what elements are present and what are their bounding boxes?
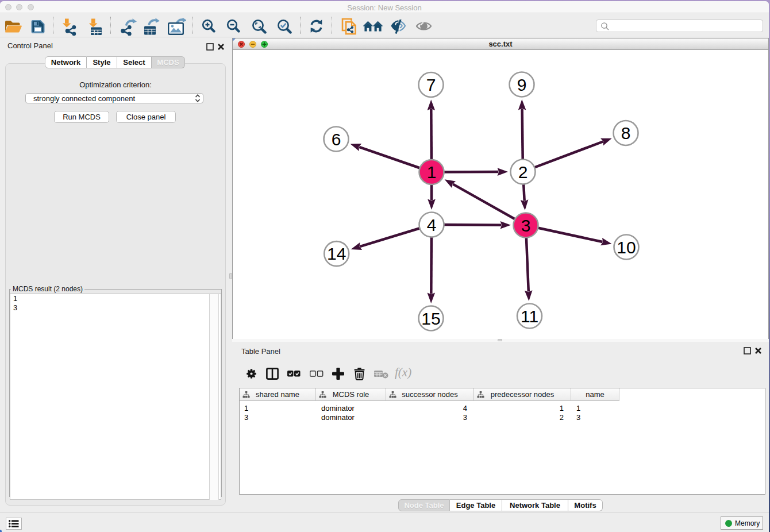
svg-text:15: 15 [421, 309, 440, 328]
svg-text:14: 14 [327, 244, 346, 263]
svg-text:10: 10 [617, 238, 636, 257]
svg-text:4: 4 [427, 215, 437, 234]
svg-text:8: 8 [621, 124, 631, 142]
svg-text:11: 11 [521, 307, 538, 326]
svg-text:7: 7 [426, 75, 436, 94]
svg-text:6: 6 [332, 130, 341, 149]
svg-text:9: 9 [517, 75, 527, 94]
svg-text:3: 3 [521, 216, 531, 235]
svg-text:2: 2 [518, 163, 528, 182]
svg-text:1: 1 [427, 163, 437, 182]
